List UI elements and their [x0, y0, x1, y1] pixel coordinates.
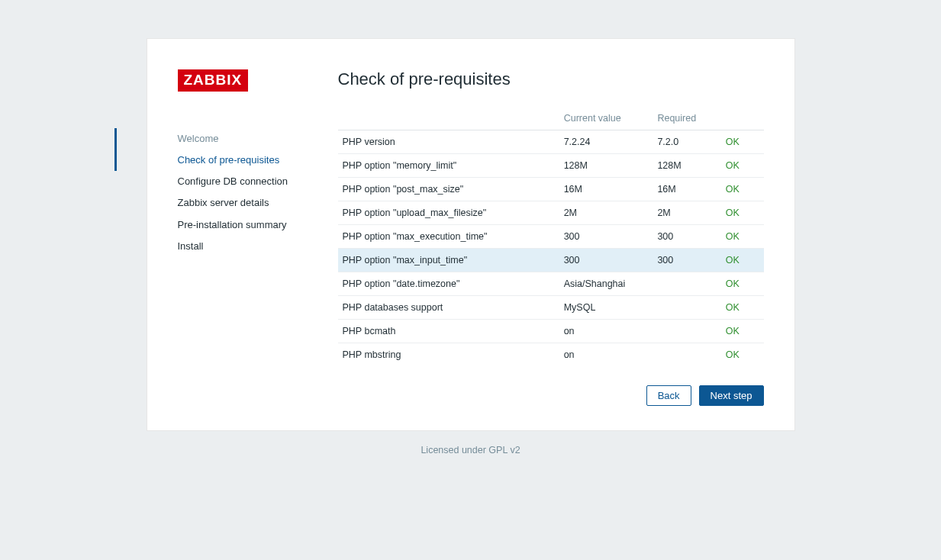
cell-name: PHP databases support — [338, 296, 559, 320]
status-badge: OK — [726, 278, 740, 289]
table-row: PHP mbstringonOK — [338, 343, 764, 366]
footer: Licensed under GPL v2 — [0, 445, 941, 455]
cell-current: 300 — [559, 249, 653, 272]
cell-name: PHP bcmath — [338, 320, 559, 343]
cell-current: 2M — [559, 201, 653, 225]
cell-status: OK — [721, 178, 764, 201]
status-badge: OK — [726, 208, 740, 218]
table-row: PHP bcmathonOK — [338, 320, 764, 343]
cell-status: OK — [721, 225, 764, 249]
sidebar-step[interactable]: Zabbix server details — [178, 192, 338, 214]
cell-name: PHP version — [338, 130, 559, 154]
sidebar-step[interactable]: Pre-installation summary — [178, 214, 338, 236]
status-badge: OK — [726, 137, 740, 147]
cell-name: PHP option "post_max_size" — [338, 178, 559, 201]
cell-name: PHP mbstring — [338, 343, 559, 366]
sidebar-step[interactable]: Welcome — [178, 128, 338, 150]
table-row: PHP version7.2.247.2.0OK — [338, 130, 764, 154]
sidebar-step[interactable]: Configure DB connection — [178, 171, 338, 192]
cell-required — [653, 320, 720, 343]
status-badge: OK — [726, 326, 740, 336]
table-header-row: Current value Required — [338, 107, 764, 130]
status-badge: OK — [726, 184, 740, 195]
cell-current: on — [559, 320, 653, 343]
cell-status: OK — [721, 320, 764, 343]
license-link[interactable]: GPL v2 — [488, 445, 520, 455]
cell-status: OK — [721, 130, 764, 154]
back-button[interactable]: Back — [646, 385, 691, 406]
table-row: PHP databases supportMySQLOK — [338, 296, 764, 320]
setup-container: ZABBIX WelcomeCheck of pre-requisitesCon… — [147, 38, 795, 431]
footer-text: Licensed under — [421, 445, 488, 455]
cell-current: 7.2.24 — [559, 130, 653, 154]
cell-current: 128M — [559, 154, 653, 178]
status-badge: OK — [726, 160, 740, 171]
table-row: PHP option "max_input_time"300300OK — [338, 249, 764, 272]
cell-status: OK — [721, 154, 764, 178]
cell-current: 300 — [559, 225, 653, 249]
sidebar: ZABBIX WelcomeCheck of pre-requisitesCon… — [178, 69, 338, 406]
cell-name: PHP option "upload_max_filesize" — [338, 201, 559, 225]
status-badge: OK — [726, 255, 740, 266]
status-badge: OK — [726, 231, 740, 242]
column-header-name — [338, 107, 559, 130]
cell-required: 300 — [653, 249, 720, 272]
table-row: PHP option "date.timezone"Asia/ShanghaiO… — [338, 272, 764, 296]
cell-status: OK — [721, 296, 764, 320]
cell-required — [653, 343, 720, 366]
column-header-current: Current value — [559, 107, 653, 130]
cell-required: 128M — [653, 154, 720, 178]
cell-name: PHP option "date.timezone" — [338, 272, 559, 296]
cell-status: OK — [721, 249, 764, 272]
cell-current: on — [559, 343, 653, 366]
status-badge: OK — [726, 302, 740, 313]
page-title: Check of pre-requisites — [338, 69, 764, 89]
table-row: PHP option "max_execution_time"300300OK — [338, 225, 764, 249]
cell-required: 300 — [653, 225, 720, 249]
main-content: Check of pre-requisites Current value Re… — [338, 69, 764, 406]
prerequisites-table: Current value Required PHP version7.2.24… — [338, 107, 764, 365]
cell-current: 16M — [559, 178, 653, 201]
next-step-button[interactable]: Next step — [699, 385, 764, 406]
sidebar-step[interactable]: Install — [178, 236, 338, 257]
logo: ZABBIX — [178, 69, 249, 92]
cell-status: OK — [721, 201, 764, 225]
cell-required — [653, 296, 720, 320]
cell-name: PHP option "max_input_time" — [338, 249, 559, 272]
cell-current: Asia/Shanghai — [559, 272, 653, 296]
cell-required — [653, 272, 720, 296]
table-row: PHP option "post_max_size"16M16MOK — [338, 178, 764, 201]
table-row: PHP option "upload_max_filesize"2M2MOK — [338, 201, 764, 225]
setup-steps: WelcomeCheck of pre-requisitesConfigure … — [145, 128, 338, 257]
cell-name: PHP option "max_execution_time" — [338, 225, 559, 249]
column-header-required: Required — [653, 107, 720, 130]
cell-status: OK — [721, 272, 764, 296]
cell-required: 7.2.0 — [653, 130, 720, 154]
table-row: PHP option "memory_limit"128M128MOK — [338, 154, 764, 178]
cell-required: 16M — [653, 178, 720, 201]
sidebar-step[interactable]: Check of pre-requisites — [178, 150, 338, 171]
cell-name: PHP option "memory_limit" — [338, 154, 559, 178]
column-header-status — [721, 107, 764, 130]
cell-status: OK — [721, 343, 764, 366]
button-row: Back Next step — [338, 365, 764, 406]
status-badge: OK — [726, 349, 740, 360]
cell-required: 2M — [653, 201, 720, 225]
prerequisites-table-wrap[interactable]: Current value Required PHP version7.2.24… — [338, 106, 764, 365]
cell-current: MySQL — [559, 296, 653, 320]
